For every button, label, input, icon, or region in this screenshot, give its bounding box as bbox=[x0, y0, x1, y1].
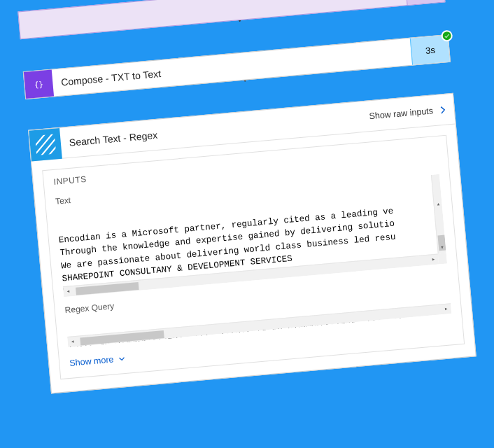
show-raw-inputs-link[interactable]: Show raw inputs bbox=[369, 105, 438, 120]
step-duration: 0s bbox=[404, 0, 444, 5]
flow-step-prev[interactable]: 0s bbox=[17, 0, 445, 39]
flow-step-compose[interactable]: {} Compose - TXT to Text 3s bbox=[23, 34, 451, 99]
scroll-up-icon[interactable]: ▴ bbox=[434, 200, 443, 210]
scroll-left-icon[interactable]: ◂ bbox=[67, 337, 78, 347]
flow-step-search-regex: Search Text - Regex Show raw inputs INPU… bbox=[28, 93, 477, 394]
scroll-handle[interactable] bbox=[76, 282, 139, 295]
svg-text:{}: {} bbox=[34, 80, 43, 90]
scroll-right-icon[interactable]: ▸ bbox=[428, 254, 439, 265]
scroll-handle[interactable] bbox=[80, 330, 164, 345]
scroll-down-icon[interactable]: ▾ bbox=[438, 243, 447, 253]
scroll-left-icon[interactable]: ◂ bbox=[63, 286, 73, 297]
encodian-connector-icon bbox=[29, 127, 62, 161]
svg-rect-5 bbox=[35, 134, 56, 155]
step-title: Compose - TXT to Text bbox=[52, 46, 411, 89]
scroll-right-icon[interactable]: ▸ bbox=[441, 304, 451, 315]
success-check-icon bbox=[441, 30, 453, 42]
chevron-down-icon bbox=[118, 354, 127, 363]
chevron-right-icon[interactable] bbox=[437, 104, 454, 115]
compose-icon: {} bbox=[24, 70, 54, 99]
